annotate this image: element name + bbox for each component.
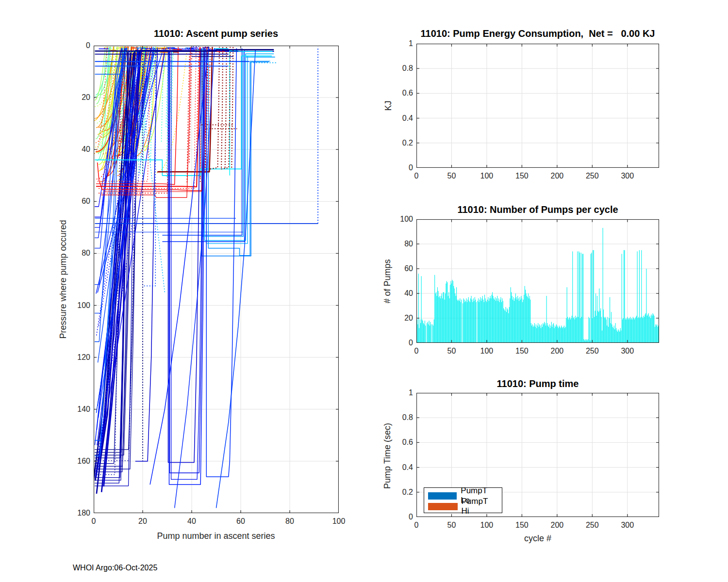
x-tick-label: 250 xyxy=(586,172,599,180)
energy-plot-title: 11010: Pump Energy Consumption, Net = 0.… xyxy=(421,28,655,39)
energy-plot-canvas xyxy=(416,44,659,168)
legend: PumpT Lo PumpT Hi xyxy=(424,487,502,513)
y-tick-label: 0 xyxy=(409,163,413,172)
x-tick-label: 100 xyxy=(480,172,494,180)
y-tick-label: 60 xyxy=(404,264,413,273)
ascent-plot-area xyxy=(94,46,339,513)
x-tick-label: 200 xyxy=(550,172,563,180)
y-tick-label: 100 xyxy=(400,215,413,224)
x-tick-label: 100 xyxy=(480,347,494,356)
y-tick-label: 0.2 xyxy=(402,488,413,497)
x-tick-label: 0 xyxy=(92,517,96,526)
pumps-plot-canvas xyxy=(416,219,659,343)
pumps-plot-area xyxy=(416,219,659,343)
legend-swatch-pumpt-lo xyxy=(428,492,457,500)
y-tick-label: 120 xyxy=(77,353,90,362)
x-tick-label: 150 xyxy=(515,347,529,356)
x-tick-label: 60 xyxy=(236,517,245,526)
energy-plot-area xyxy=(416,44,659,168)
x-tick-label: 100 xyxy=(480,521,494,530)
x-tick-label: 50 xyxy=(447,521,456,530)
y-tick-label: 0 xyxy=(409,513,413,521)
x-tick-label: 0 xyxy=(414,172,419,180)
y-tick-label: 160 xyxy=(77,457,90,466)
legend-label-pumpt-hi: PumpT Hi xyxy=(462,497,497,516)
y-tick-label: 1 xyxy=(409,388,413,397)
time-plot-title: 11010: Pump time xyxy=(497,378,579,389)
y-tick-label: 0.6 xyxy=(402,89,413,97)
y-tick-label: 180 xyxy=(77,509,90,517)
y-tick-label: 0.2 xyxy=(402,139,413,147)
y-tick-label: 0.4 xyxy=(402,114,413,123)
y-tick-label: 100 xyxy=(77,301,90,310)
ascent-plot-title: 11010: Ascent pump series xyxy=(154,28,278,39)
y-tick-label: 40 xyxy=(82,145,90,154)
x-tick-label: 200 xyxy=(550,347,563,356)
y-tick-label: 0.8 xyxy=(402,413,413,422)
x-tick-label: 20 xyxy=(138,517,147,526)
x-tick-label: 0 xyxy=(414,521,419,530)
energy-ylabel: KJ xyxy=(383,100,394,111)
x-tick-label: 100 xyxy=(332,517,346,526)
y-tick-label: 140 xyxy=(77,405,90,414)
x-tick-label: 300 xyxy=(621,347,634,356)
x-tick-label: 0 xyxy=(414,347,419,356)
x-tick-label: 50 xyxy=(447,172,456,180)
y-tick-label: 40 xyxy=(404,289,413,298)
y-tick-label: 0.4 xyxy=(402,463,413,472)
x-tick-label: 250 xyxy=(586,347,599,356)
x-tick-label: 80 xyxy=(285,517,294,526)
y-tick-label: 0.6 xyxy=(402,438,413,447)
x-tick-label: 150 xyxy=(515,172,529,180)
x-tick-label: 50 xyxy=(447,347,456,356)
time-xlabel: cycle # xyxy=(524,534,551,544)
x-tick-label: 200 xyxy=(550,521,563,530)
ascent-plot-canvas xyxy=(94,46,339,513)
pumps-ylabel: # of Pumps xyxy=(382,259,393,303)
x-tick-label: 300 xyxy=(621,521,634,530)
x-tick-label: 300 xyxy=(621,172,634,180)
time-ylabel: Pump Time (sec) xyxy=(382,423,393,489)
pumps-plot-title: 11010: Number of Pumps per cycle xyxy=(457,204,618,215)
legend-row-pumpt-hi: PumpT Hi xyxy=(428,501,497,512)
y-tick-label: 0.8 xyxy=(402,64,413,73)
y-tick-label: 0 xyxy=(409,339,413,347)
x-tick-label: 150 xyxy=(515,521,529,530)
y-tick-label: 20 xyxy=(404,314,413,323)
y-tick-label: 1 xyxy=(409,39,413,48)
y-tick-label: 0 xyxy=(86,41,90,50)
x-tick-label: 40 xyxy=(187,517,196,526)
ascent-xlabel: Pump number in ascent series xyxy=(157,531,275,541)
footer-stamp: WHOI Argo:06-Oct-2025 xyxy=(73,564,157,572)
figure-canvas: 11010: Ascent pump series 11010: Pump En… xyxy=(0,0,728,582)
y-tick-label: 80 xyxy=(404,240,413,248)
x-tick-label: 250 xyxy=(586,521,599,530)
y-tick-label: 60 xyxy=(82,197,90,206)
y-tick-label: 20 xyxy=(82,93,90,102)
ascent-ylabel: Pressure where pump occured xyxy=(58,220,68,339)
y-tick-label: 80 xyxy=(82,249,90,258)
legend-swatch-pumpt-hi xyxy=(428,503,458,510)
